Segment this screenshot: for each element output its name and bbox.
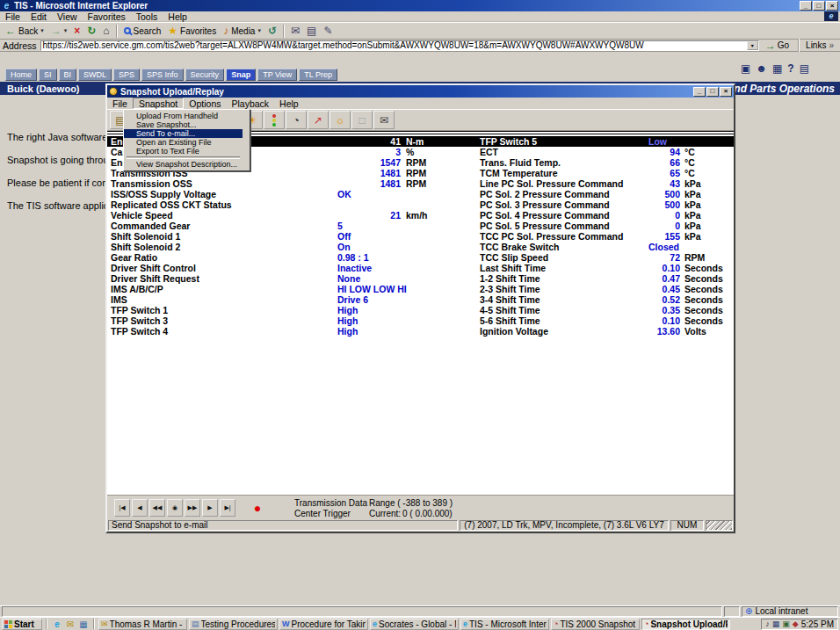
stop-button[interactable]: × xyxy=(70,24,83,39)
outlook-icon[interactable]: ✉ xyxy=(64,619,76,630)
doc-icon[interactable]: ▤ xyxy=(800,63,809,75)
search-button[interactable]: Search xyxy=(120,24,165,39)
param-row[interactable]: PC Sol. 2 Pressure Command500kPa xyxy=(480,189,732,199)
param-row[interactable]: 1-2 Shift Time0.47Seconds xyxy=(480,273,732,284)
menu-item-send-to-e-mail[interactable]: Send To e-mail... xyxy=(124,129,243,138)
skip-start-button[interactable]: |◀ xyxy=(114,499,130,517)
param-row[interactable]: Driver Shift RequestNone xyxy=(111,273,474,284)
param-row[interactable]: Shift Solenoid 1Off xyxy=(111,231,474,242)
step-forward-button[interactable]: ▶ xyxy=(202,499,218,517)
param-row[interactable]: Replicated OSS CKT Status xyxy=(111,199,474,210)
snapshot-menu-file[interactable]: File xyxy=(107,98,133,109)
links-button[interactable]: Links » xyxy=(806,40,837,50)
param-row[interactable]: PC Sol. 3 Pressure Command500kPa xyxy=(480,199,732,210)
snapshot-menu-options[interactable]: Options xyxy=(184,98,226,109)
snapshot-maximize-button[interactable]: □ xyxy=(706,87,719,97)
param-row[interactable]: Commanded Gear5 xyxy=(111,221,474,231)
tab-si[interactable]: SI xyxy=(39,69,57,81)
taskbar-button[interactable]: eTIS - Microsoft Internet ... xyxy=(460,619,549,630)
ie-close-button[interactable]: × xyxy=(826,1,838,11)
tab-swdl[interactable]: SWDL xyxy=(78,69,112,81)
help-icon[interactable]: ? xyxy=(787,63,793,75)
network-icon[interactable]: ▦ xyxy=(772,619,780,628)
taskbar-button[interactable]: ◔Snapshot Upload/Re... xyxy=(641,619,730,630)
edit-button[interactable]: ✎ xyxy=(320,24,336,39)
tab-bi[interactable]: BI xyxy=(59,69,77,81)
menu-item-open-an-existing-file[interactable]: Open an Existing File xyxy=(124,138,243,147)
param-row[interactable]: Gear Ratio0.98 : 1 xyxy=(111,252,474,263)
menu-item-save-snapshot[interactable]: Save Snapshot... xyxy=(124,120,243,129)
refresh-button[interactable]: ↻ xyxy=(83,24,99,39)
snapshot-minimize-button[interactable]: _ xyxy=(693,87,706,97)
email-button[interactable]: ✉ xyxy=(373,111,395,129)
menu-item-upload-from-handheld[interactable]: Upload From Handheld xyxy=(124,112,243,120)
snapshot-menu-playback[interactable]: Playback xyxy=(226,98,274,109)
param-row[interactable]: TCC PC Sol. Pressure Command155kPa xyxy=(480,231,732,242)
resize-grip[interactable] xyxy=(706,520,733,531)
users-icon[interactable]: ☻ xyxy=(756,63,767,75)
skip-end-button[interactable]: ▶| xyxy=(220,499,235,517)
param-row[interactable]: Trans. Fluid Temp.66°C xyxy=(480,157,732,168)
blank-button[interactable]: □ xyxy=(351,111,373,129)
tab-sps-info[interactable]: SPS Info xyxy=(141,69,184,81)
fast-forward-button[interactable]: ▶▶ xyxy=(185,499,200,517)
gauge-button[interactable]: ◔ xyxy=(286,111,307,129)
tab-sps[interactable]: SPS xyxy=(113,69,140,81)
tab-home[interactable]: Home xyxy=(5,69,37,81)
trigger-button[interactable]: ◉ xyxy=(167,499,183,517)
start-button[interactable]: Start xyxy=(2,619,42,630)
param-row[interactable]: 3-4 Shift Time0.52Seconds xyxy=(480,294,732,305)
param-row[interactable]: Transmission OSS1481RPM xyxy=(111,178,474,189)
mail-button[interactable]: ✉ xyxy=(287,24,303,39)
grid-icon[interactable]: ▦ xyxy=(772,63,782,75)
tab-tl-prep[interactable]: TL Prep xyxy=(299,69,337,81)
param-row[interactable]: TFP Switch 3High xyxy=(111,315,474,326)
tab-snap[interactable]: Snap xyxy=(226,69,256,81)
param-row[interactable]: ISS/OSS Supply VoltageOK xyxy=(111,189,474,199)
ie-maximize-button[interactable]: □ xyxy=(813,1,825,11)
record-button[interactable]: ● xyxy=(250,499,265,517)
back-button[interactable]: ←Back▾ xyxy=(2,24,47,39)
param-row[interactable]: Driver Shift ControlInactive xyxy=(111,263,474,273)
home-button[interactable]: ⌂ xyxy=(99,24,112,39)
chart-sun-button[interactable]: ☼ xyxy=(329,111,351,129)
ie-menu-edit[interactable]: Edit xyxy=(25,11,52,22)
volume-icon[interactable]: ♪ xyxy=(765,619,770,628)
print-button[interactable]: ▤ xyxy=(303,24,320,39)
param-row[interactable]: TCC Brake SwitchClosed xyxy=(480,242,732,252)
menu-item-export-to-text-file[interactable]: Export to Text File xyxy=(124,147,243,156)
param-row[interactable]: IMS A/B/C/PHI LOW LOW HI xyxy=(111,284,474,294)
ie-menu-file[interactable]: File xyxy=(0,11,25,22)
media-button[interactable]: ♪Media▾ xyxy=(220,24,264,39)
taskbar-button[interactable]: ◔TIS 2000 Snapshot Uplo... xyxy=(551,619,640,630)
display-icon[interactable]: ▣ xyxy=(782,619,790,628)
ie-menu-tools[interactable]: Tools xyxy=(131,11,163,22)
ie-menu-favorites[interactable]: Favorites xyxy=(83,11,131,22)
print-icon[interactable]: ▣ xyxy=(741,63,750,75)
ie-icon[interactable]: e xyxy=(51,619,63,630)
menu-item-view-snapshot-description[interactable]: View Snapshot Description... xyxy=(124,160,243,169)
address-dropdown-button[interactable]: ▾ xyxy=(747,41,758,50)
param-row[interactable]: TFP Switch 1High xyxy=(111,305,474,315)
param-row[interactable]: ECT94°C xyxy=(480,147,732,157)
antivirus-icon[interactable]: ◆ xyxy=(793,619,799,628)
param-row[interactable]: Last Shift Time0.10Seconds xyxy=(480,263,732,273)
snapshot-menu-help[interactable]: Help xyxy=(274,98,304,109)
param-row[interactable]: 2-3 Shift Time0.45Seconds xyxy=(480,284,732,294)
go-button[interactable]: → Go xyxy=(763,40,792,52)
param-row[interactable]: 5-6 Shift Time0.10Seconds xyxy=(480,315,732,326)
ie-menu-help[interactable]: Help xyxy=(163,11,192,22)
address-input[interactable]: https://tis2web.service.gm.com/tis2web?t… xyxy=(40,40,759,51)
ie-minimize-button[interactable]: _ xyxy=(800,1,812,11)
ie-menu-view[interactable]: View xyxy=(52,11,83,22)
param-row[interactable]: TFP Switch 4High xyxy=(111,326,474,337)
forward-button[interactable]: →▾ xyxy=(47,24,71,39)
taskbar-button[interactable]: eSocrates - Global - Micro... xyxy=(370,619,459,630)
param-row[interactable]: PC Sol. 5 Pressure Command0kPa xyxy=(480,221,732,231)
taskbar-button[interactable]: ▤Testing Procedures xyxy=(189,619,278,630)
snapshot-close-button[interactable]: × xyxy=(720,87,732,97)
param-row[interactable]: PC Sol. 4 Pressure Command0kPa xyxy=(480,210,732,221)
param-row[interactable]: Shift Solenoid 2On xyxy=(111,242,474,252)
traffic-light-button[interactable] xyxy=(264,111,285,129)
param-row[interactable]: Vehicle Speed21km/h xyxy=(111,210,474,221)
